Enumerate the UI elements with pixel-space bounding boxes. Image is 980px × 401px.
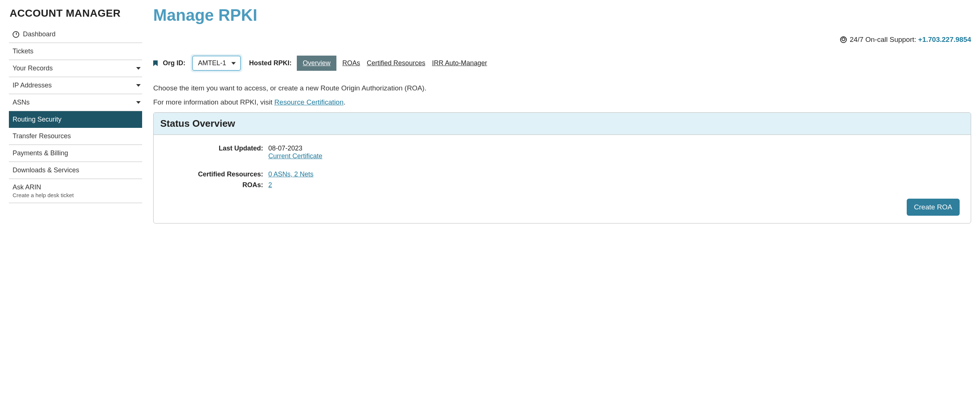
page-title: Manage RPKI bbox=[153, 6, 971, 24]
support-label: 24/7 On-call Support: bbox=[850, 35, 918, 43]
row-last-updated: Last Updated: 08-07-2023 Current Certifi… bbox=[165, 145, 959, 160]
main-content: Manage RPKI 24/7 On-call Support: +1.703… bbox=[153, 7, 971, 224]
sidebar-item-downloads-services[interactable]: Downloads & Services bbox=[9, 162, 142, 179]
last-updated-value: 08-07-2023 bbox=[268, 145, 322, 152]
org-id-label: Org ID: bbox=[163, 59, 185, 67]
roas-label: ROAs: bbox=[165, 181, 268, 189]
intro-suffix: . bbox=[344, 98, 345, 106]
sidebar-item-label: Routing Security bbox=[13, 116, 61, 123]
sidebar-item-label: Dashboard bbox=[23, 30, 56, 38]
toolbar: Org ID: AMTEL-1 Hosted RPKI: Overview RO… bbox=[153, 54, 971, 72]
row-certified-resources: Certified Resources: 0 ASNs, 2 Nets bbox=[165, 171, 959, 178]
sidebar-item-dashboard[interactable]: Dashboard bbox=[9, 26, 142, 43]
sidebar-item-ip-addresses[interactable]: IP Addresses bbox=[9, 77, 142, 94]
chevron-down-icon bbox=[231, 62, 236, 64]
sidebar-item-label: Your Records bbox=[13, 64, 52, 72]
sidebar-item-label: Ask ARIN bbox=[13, 184, 41, 191]
chevron-down-icon bbox=[136, 101, 141, 104]
intro-prefix: For more information about RPKI, visit bbox=[153, 98, 274, 106]
resource-certification-link[interactable]: Resource Certification bbox=[274, 98, 344, 106]
chevron-down-icon bbox=[136, 67, 141, 70]
sidebar-item-your-records[interactable]: Your Records bbox=[9, 60, 142, 77]
sidebar-title: ACCOUNT MANAGER bbox=[9, 7, 142, 19]
sidebar-item-tickets[interactable]: Tickets bbox=[9, 43, 142, 60]
sidebar-item-label: IP Addresses bbox=[13, 81, 52, 89]
user-icon bbox=[840, 36, 847, 43]
row-roas: ROAs: 2 bbox=[165, 181, 959, 189]
panel-title: Status Overview bbox=[154, 113, 971, 135]
panel-actions: Create ROA bbox=[165, 192, 959, 216]
sidebar-item-sublabel: Create a help desk ticket bbox=[13, 192, 74, 198]
sidebar-item-label: ASNs bbox=[13, 99, 30, 106]
certified-resources-label: Certified Resources: bbox=[165, 171, 268, 178]
roas-link[interactable]: 2 bbox=[268, 181, 272, 189]
tab-overview[interactable]: Overview bbox=[297, 56, 336, 71]
sidebar-item-label: Payments & Billing bbox=[13, 149, 68, 157]
sidebar-item-routing-security[interactable]: Routing Security bbox=[9, 111, 142, 128]
org-id-value: AMTEL-1 bbox=[198, 59, 226, 67]
sidebar-item-ask-arin[interactable]: Ask ARIN Create a help desk ticket bbox=[9, 179, 142, 203]
tab-irr-auto-manager[interactable]: IRR Auto-Manager bbox=[431, 56, 488, 70]
panel-body: Last Updated: 08-07-2023 Current Certifi… bbox=[154, 135, 971, 223]
support-line: 24/7 On-call Support: +1.703.227.9854 bbox=[153, 35, 971, 44]
org-id-select[interactable]: AMTEL-1 bbox=[192, 56, 241, 71]
dashboard-icon bbox=[13, 31, 19, 38]
create-roa-button[interactable]: Create ROA bbox=[907, 199, 959, 216]
last-updated-label: Last Updated: bbox=[165, 145, 268, 160]
chevron-down-icon bbox=[136, 84, 141, 87]
sidebar: ACCOUNT MANAGER Dashboard Tickets Your R… bbox=[9, 7, 142, 224]
sidebar-item-asns[interactable]: ASNs bbox=[9, 94, 142, 111]
hosted-rpki-label: Hosted RPKI: bbox=[249, 59, 292, 67]
sidebar-item-label: Transfer Resources bbox=[13, 132, 71, 140]
sidebar-item-label: Tickets bbox=[13, 48, 33, 55]
tab-roas[interactable]: ROAs bbox=[342, 56, 361, 70]
nav-list: Dashboard Tickets Your Records IP Addres… bbox=[9, 26, 142, 203]
support-phone[interactable]: +1.703.227.9854 bbox=[918, 35, 971, 43]
current-certificate-link[interactable]: Current Certificate bbox=[268, 152, 322, 160]
sidebar-item-label: Downloads & Services bbox=[13, 166, 79, 174]
intro-line-2: For more information about RPKI, visit R… bbox=[153, 98, 971, 106]
status-overview-panel: Status Overview Last Updated: 08-07-2023… bbox=[153, 112, 971, 224]
certified-resources-link[interactable]: 0 ASNs, 2 Nets bbox=[268, 171, 313, 178]
sidebar-item-transfer-resources[interactable]: Transfer Resources bbox=[9, 128, 142, 145]
intro-line-1: Choose the item you want to access, or c… bbox=[153, 84, 971, 92]
org-select-wrap: AMTEL-1 bbox=[191, 54, 242, 72]
bookmark-icon bbox=[153, 61, 158, 66]
sidebar-item-payments-billing[interactable]: Payments & Billing bbox=[9, 145, 142, 162]
tab-certified-resources[interactable]: Certified Resources bbox=[366, 56, 426, 70]
